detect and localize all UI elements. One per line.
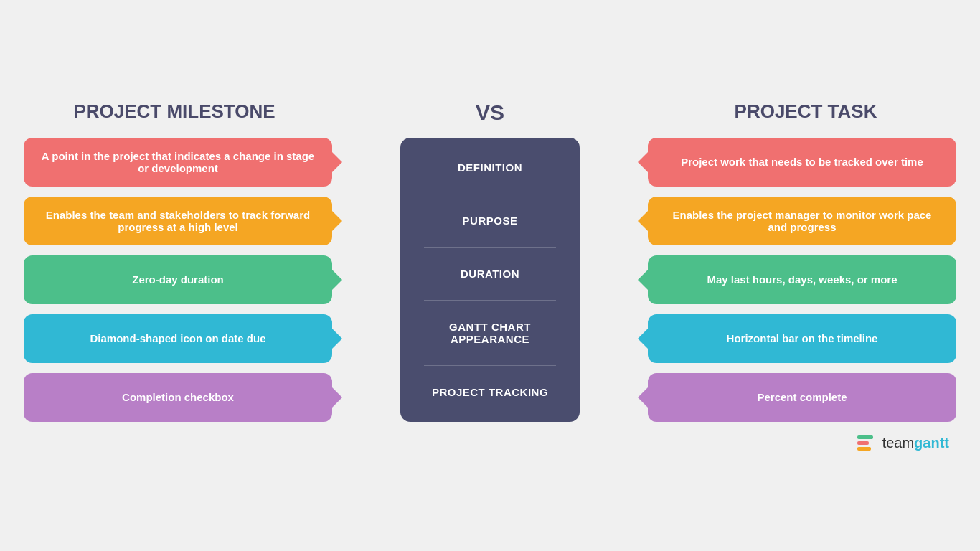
comparison-rows: A point in the project that indicates a …: [24, 138, 956, 422]
center-label-definition: DEFINITION: [458, 149, 522, 187]
logo-bars: [857, 435, 873, 451]
right-column: Project work that needs to be tracked ov…: [648, 138, 956, 422]
center-label-tracking: PROJECT TRACKING: [432, 373, 548, 411]
teamgantt-logo-text: teamgantt: [882, 435, 949, 451]
teamgantt-logo-icon: [857, 435, 877, 451]
left-column-header: PROJECT MILESTONE: [24, 100, 325, 125]
center-label-purpose: PURPOSE: [463, 202, 518, 240]
right-column-header: PROJECT TASK: [655, 100, 956, 125]
vs-header: VS: [400, 100, 580, 125]
list-item: May last hours, days, weeks, or more: [648, 255, 956, 304]
center-label-duration: DURATION: [461, 255, 519, 293]
logo-gantt: gantt: [914, 435, 949, 451]
divider: [424, 194, 556, 194]
column-headers: PROJECT MILESTONE VS PROJECT TASK: [24, 100, 956, 125]
logo-bar-2: [857, 441, 869, 445]
list-item: Enables the team and stakeholders to tra…: [24, 197, 332, 245]
list-item: Project work that needs to be tracked ov…: [648, 138, 956, 187]
logo-area: teamgantt: [24, 435, 956, 451]
center-label-gantt: GANTT CHARTAPPEARANCE: [449, 308, 531, 358]
divider: [424, 300, 556, 301]
divider: [424, 365, 556, 366]
list-item: Percent complete: [648, 373, 956, 422]
list-item: Completion checkbox: [24, 373, 332, 422]
list-item: Enables the project manager to monitor w…: [648, 197, 956, 245]
list-item: A point in the project that indicates a …: [24, 138, 332, 187]
divider: [424, 247, 556, 248]
center-column: DEFINITION PURPOSE DURATION GANTT CHARTA…: [400, 138, 580, 422]
page-container: PROJECT MILESTONE VS PROJECT TASK A poin…: [24, 100, 956, 451]
logo-bar-1: [857, 435, 873, 439]
list-item: Zero-day duration: [24, 255, 332, 304]
logo-team: team: [882, 435, 914, 451]
left-column: A point in the project that indicates a …: [24, 138, 332, 422]
list-item: Diamond-shaped icon on date due: [24, 314, 332, 363]
list-item: Horizontal bar on the timeline: [648, 314, 956, 363]
logo-bar-3: [857, 447, 871, 451]
